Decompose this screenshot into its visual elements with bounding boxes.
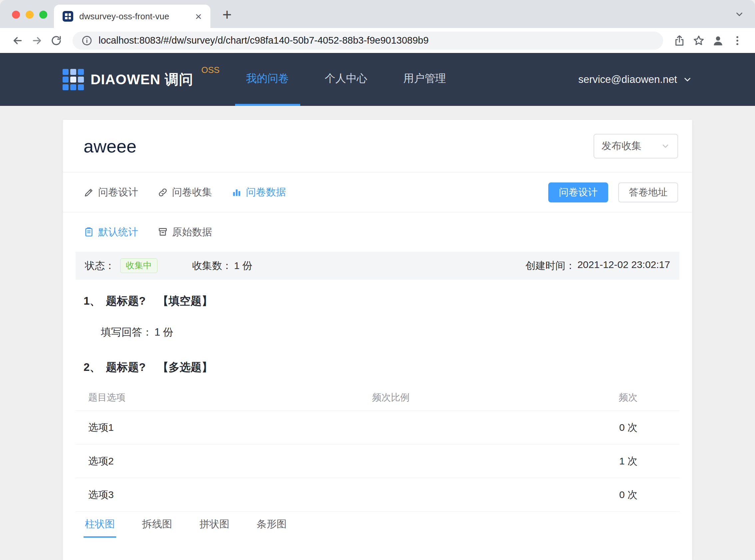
- answer-label: 填写回答：: [101, 325, 152, 339]
- bar-chart-icon: [231, 187, 242, 198]
- close-tab-icon[interactable]: ×: [195, 11, 202, 22]
- tab-line-chart[interactable]: 拆线图: [141, 512, 174, 538]
- chevron-down-icon: [661, 141, 670, 151]
- question-index: 1、: [84, 294, 101, 308]
- publish-collect-value: 发布收集: [601, 139, 641, 153]
- tab-bar-chart[interactable]: 条形图: [255, 512, 288, 538]
- survey-header: aweee 发布收集: [63, 120, 692, 173]
- survey-title: aweee: [84, 136, 137, 157]
- browser-tab-strip: dwsurvey-oss-front-vue × +: [0, 0, 755, 28]
- window-controls: [12, 11, 47, 19]
- collect-count-label: 收集数：: [192, 259, 232, 273]
- tab-label: 原始数据: [172, 225, 212, 239]
- table-row: 选项3 0.00% 0 次: [76, 478, 679, 512]
- page-info-icon[interactable]: [81, 35, 93, 46]
- column-header-frequency: 频次: [578, 391, 679, 404]
- tab-pie-chart[interactable]: 拼状图: [198, 512, 231, 538]
- content-card: aweee 发布收集 问卷设计 问卷收集 问卷数据 问卷设计 答卷地址: [63, 120, 692, 560]
- answer-value: 1 份: [155, 325, 174, 339]
- status-bar: 状态： 收集中 收集数： 1 份 创建时间： 2021-12-02 23:02:…: [76, 252, 679, 280]
- survey-design-button[interactable]: 问卷设计: [548, 182, 608, 202]
- question-1-heading: 1、 题标题? 【填空题】: [63, 294, 692, 308]
- browser-toolbar: localhost:8083/#/dw/survey/d/chart/c98fa…: [0, 28, 755, 53]
- brand[interactable]: DIAOWEN 调问 OSS: [63, 53, 220, 106]
- new-tab-button[interactable]: +: [222, 5, 232, 24]
- table-header-row: 题目选项 频次比例 频次: [76, 384, 679, 411]
- site-favicon-icon: [63, 11, 73, 22]
- bookmark-star-icon[interactable]: [689, 31, 708, 50]
- question-type: 【填空题】: [158, 294, 213, 308]
- forward-icon[interactable]: [27, 31, 47, 50]
- minimize-window-button[interactable]: [26, 11, 34, 19]
- tab-default-statistics[interactable]: 默认统计: [84, 225, 138, 239]
- nav-item-my-surveys[interactable]: 我的问卷: [235, 53, 300, 106]
- nav-item-personal-center[interactable]: 个人中心: [313, 53, 379, 106]
- frequency-value: 0 次: [578, 488, 679, 502]
- app-navbar: DIAOWEN 调问 OSS 我的问卷 个人中心 用户管理 service@di…: [0, 53, 755, 106]
- tab-label: 问卷数据: [246, 185, 286, 199]
- url-text[interactable]: localhost:8083/#/dw/survey/d/chart/c98fa…: [99, 35, 429, 46]
- brand-badge: OSS: [201, 65, 220, 75]
- archive-icon: [158, 227, 168, 237]
- main-navigation: 我的问卷 个人中心 用户管理: [235, 53, 471, 106]
- share-icon[interactable]: [670, 31, 689, 50]
- tab-label: 问卷设计: [98, 185, 138, 199]
- option-label: 选项2: [76, 455, 372, 468]
- close-window-button[interactable]: [12, 11, 20, 19]
- created-time-label: 创建时间：: [525, 259, 575, 273]
- tab-label: 问卷收集: [172, 185, 212, 199]
- link-icon: [158, 187, 168, 198]
- question-2-heading: 2、 题标题? 【多选题】: [63, 360, 692, 375]
- frequency-value: 0 次: [578, 421, 679, 435]
- browser-tab[interactable]: dwsurvey-oss-front-vue ×: [54, 5, 210, 28]
- clipboard-icon: [84, 227, 94, 237]
- tab-label: 默认统计: [98, 225, 138, 239]
- table-row: 选项2 100.00% 1 次: [76, 444, 679, 478]
- tab-column-chart[interactable]: 柱状图: [84, 512, 116, 538]
- chart-type-tabs: 柱状图 拆线图 拼状图 条形图: [63, 512, 692, 538]
- column-header-option: 题目选项: [76, 391, 372, 404]
- question-index: 2、: [84, 360, 101, 375]
- column-header-frequency-ratio: 频次比例: [372, 391, 578, 404]
- address-bar[interactable]: localhost:8083/#/dw/survey/d/chart/c98fa…: [73, 32, 663, 49]
- option-label: 选项3: [76, 488, 372, 502]
- pencil-icon: [84, 187, 94, 198]
- tab-survey-data[interactable]: 问卷数据: [231, 185, 286, 199]
- question-title: 题标题?: [106, 294, 145, 308]
- frequency-value: 1 次: [578, 455, 679, 468]
- reload-icon[interactable]: [47, 31, 66, 50]
- table-row: 选项1 0.00% 0 次: [76, 411, 679, 444]
- account-email: service@diaowen.net: [578, 74, 677, 85]
- statistics-tabs: 默认统计 原始数据: [63, 213, 692, 252]
- status-badge: 收集中: [120, 258, 158, 273]
- question-1-answer: 填写回答： 1 份: [63, 325, 692, 339]
- page-body: aweee 发布收集 问卷设计 问卷收集 问卷数据 问卷设计 答卷地址: [0, 106, 755, 560]
- question-title: 题标题?: [106, 360, 145, 375]
- collect-count-value: 1 份: [234, 259, 252, 273]
- tab-raw-data[interactable]: 原始数据: [158, 225, 212, 239]
- tab-survey-collect[interactable]: 问卷收集: [158, 185, 212, 199]
- question-type: 【多选题】: [158, 360, 213, 375]
- option-stats-table: 题目选项 频次比例 频次 选项1 0.00% 0 次 选项2: [76, 384, 679, 512]
- tab-title: dwsurvey-oss-front-vue: [79, 11, 189, 22]
- browser-menu-icon[interactable]: [728, 31, 747, 50]
- brand-logo-icon: [63, 69, 84, 90]
- chevron-down-icon: [682, 75, 692, 84]
- publish-collect-select[interactable]: 发布收集: [594, 134, 678, 159]
- maximize-window-button[interactable]: [39, 11, 47, 19]
- nav-item-user-management[interactable]: 用户管理: [392, 53, 457, 106]
- answer-address-button[interactable]: 答卷地址: [618, 182, 678, 202]
- account-dropdown[interactable]: service@diaowen.net: [578, 53, 692, 106]
- tab-survey-design[interactable]: 问卷设计: [84, 185, 138, 199]
- brand-name: DIAOWEN 调问: [90, 70, 193, 89]
- status-label: 状态：: [85, 259, 115, 273]
- back-icon[interactable]: [8, 31, 27, 50]
- tab-search-chevron-icon[interactable]: [734, 9, 744, 19]
- survey-tabs: 问卷设计 问卷收集 问卷数据 问卷设计 答卷地址: [63, 173, 692, 213]
- created-time-value: 2021-12-02 23:02:17: [577, 259, 670, 273]
- profile-avatar-icon[interactable]: [708, 31, 728, 50]
- option-label: 选项1: [76, 421, 372, 435]
